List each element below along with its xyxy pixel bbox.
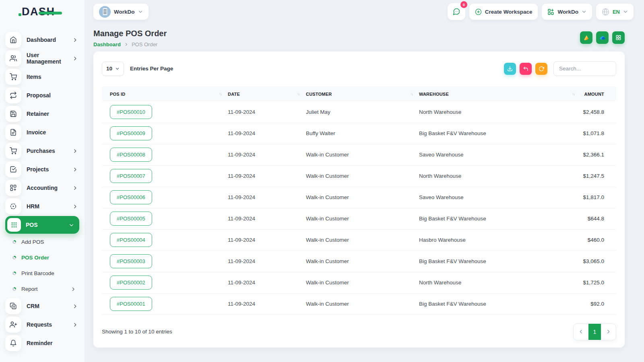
sidebar-subitem-print-barcode[interactable]: Print Barcode — [0, 265, 85, 281]
workspace-switcher[interactable]: WorkDo — [93, 4, 149, 20]
amount-cell: $92.0 — [578, 293, 616, 315]
sidebar-subitem-report[interactable]: Report — [0, 281, 85, 297]
sidebar-subitem-add-pos[interactable]: Add POS — [0, 234, 85, 250]
subitem-label: POS Order — [21, 255, 76, 261]
pos-id-button[interactable]: #POS00003 — [110, 254, 152, 268]
column-header-pos-id[interactable]: POS ID↑↓ — [102, 86, 225, 101]
amount-cell: $2,458.8 — [578, 101, 616, 123]
chevron-right-icon — [72, 322, 78, 327]
pos-id-button[interactable]: #POS00002 — [110, 276, 152, 290]
sidebar-item-crm[interactable]: CRM — [0, 297, 85, 315]
language-dropdown[interactable]: EN — [596, 4, 634, 20]
company-dropdown[interactable]: WorkDo — [542, 4, 592, 20]
file-icon — [5, 124, 21, 140]
pagination-next-button[interactable] — [601, 324, 616, 340]
pos-id-button[interactable]: #POS00006 — [110, 190, 152, 204]
sidebar-item-invoice[interactable]: Invoice — [0, 123, 85, 142]
refresh-icon — [539, 66, 544, 72]
column-header-date[interactable]: DATE↑↓ — [225, 86, 303, 101]
entries-per-page-value: 10 — [106, 66, 112, 72]
onedrive-icon — [599, 34, 606, 41]
column-header-customer[interactable]: CUSTOMER↑↓ — [303, 86, 416, 101]
sidebar-item-reminder[interactable]: Reminder — [0, 334, 85, 352]
sidebar-item-label: Proposal — [27, 92, 78, 99]
order-date-cell: 11-09-2024 — [225, 101, 303, 123]
order-date-cell: 11-09-2024 — [225, 187, 303, 208]
amount-cell: $1,725.0 — [578, 272, 616, 293]
sidebar-item-accounting[interactable]: Accounting — [0, 179, 85, 197]
customer-cell: Walk-in Customer — [303, 208, 416, 229]
create-workspace-label: Create Workspace — [485, 9, 533, 15]
pos-id-cell: #POS00010 — [102, 101, 225, 123]
pagination: 1 — [573, 323, 616, 340]
order-date-cell: 11-09-2024 — [225, 144, 303, 165]
sidebar-item-label: Requests — [27, 321, 67, 328]
sidebar-item-proposal[interactable]: Proposal — [0, 86, 85, 105]
logo-accent-bar — [39, 12, 62, 14]
warehouse-cell: Saveo Warehouse — [416, 144, 578, 165]
pos-id-button[interactable]: #POS00010 — [110, 105, 152, 119]
grid-view-button[interactable] — [612, 31, 625, 44]
reset-button[interactable] — [520, 63, 532, 75]
onedrive-button[interactable] — [596, 31, 609, 44]
chat-icon — [452, 8, 460, 16]
pos-id-button[interactable]: #POS00004 — [110, 233, 152, 247]
pos-id-button[interactable]: #POS00008 — [110, 148, 152, 162]
sidebar-item-pos-active: POS — [5, 216, 79, 234]
pos-id-button[interactable]: #POS00009 — [110, 126, 152, 140]
check-square-icon — [5, 161, 21, 177]
grid-dots-icon — [7, 218, 21, 232]
user-plus-icon — [5, 317, 21, 333]
sidebar-item-pos[interactable]: POS — [0, 216, 85, 234]
table-controls: 10 Entries Per Page — [102, 61, 616, 76]
sidebar-item-projects[interactable]: Projects — [0, 160, 85, 179]
cart-icon — [5, 69, 21, 85]
warehouse-cell: North Warehouse — [416, 165, 578, 187]
create-workspace-button[interactable]: Create Workspace — [469, 4, 538, 20]
chevron-right-icon — [72, 37, 78, 43]
users-icon — [5, 50, 21, 66]
entries-per-page-select[interactable]: 10 — [102, 62, 124, 76]
search-input[interactable] — [553, 61, 616, 76]
pagination-page-1[interactable]: 1 — [588, 324, 601, 340]
pagination-prev-button[interactable] — [574, 324, 588, 340]
bullet-icon — [12, 256, 16, 259]
pos-id-button[interactable]: #POS00001 — [110, 297, 152, 311]
table-row: #POS00006 11-09-2024 Walk-in Customer Sa… — [102, 187, 616, 208]
breadcrumb-current: POS Order — [132, 41, 157, 47]
messages-button[interactable]: 0 — [448, 3, 465, 20]
column-header-amount[interactable]: AMOUNT — [578, 86, 616, 101]
table-row: #POS00003 11-09-2024 Walk-in Customer Bi… — [102, 251, 616, 272]
export-button[interactable] — [504, 63, 516, 75]
warehouse-cell: Hasbro Warehouse — [416, 229, 578, 251]
warehouse-cell: Big Basket F&V Warehouse — [416, 293, 578, 315]
language-code: EN — [613, 9, 620, 15]
sidebar-item-requests[interactable]: Requests — [0, 315, 85, 334]
sidebar-subitem-pos-order[interactable]: POS Order — [0, 250, 85, 265]
page-header: Manage POS Order Dashboard POS Order — [93, 29, 625, 47]
breadcrumb-dashboard-link[interactable]: Dashboard — [93, 41, 121, 47]
pos-id-cell: #POS00009 — [102, 123, 225, 144]
sidebar-item-hrm[interactable]: HRM — [0, 197, 85, 216]
sidebar-item-user-management[interactable]: User Management — [0, 49, 85, 68]
sidebar-item-purchases[interactable]: Purchases — [0, 142, 85, 160]
order-date-cell: 11-09-2024 — [225, 293, 303, 315]
chevron-down-icon — [138, 9, 143, 14]
sidebar-item-retainer[interactable]: Retainer — [0, 105, 85, 123]
chevron-left-icon — [578, 329, 584, 334]
google-drive-button[interactable] — [580, 31, 592, 44]
main-area: WorkDo 0 Create Workspace WorkDo EN — [85, 0, 644, 362]
sidebar-item-items[interactable]: Items — [0, 68, 85, 86]
header-actions — [580, 31, 625, 44]
pos-id-button[interactable]: #POS00007 — [110, 169, 152, 183]
warehouse-cell: Big Basket F&V Warehouse — [416, 251, 578, 272]
cart-icon — [5, 143, 21, 159]
dash-logo[interactable]: DASH — [0, 0, 85, 23]
bullet-icon — [12, 272, 16, 275]
refresh-button[interactable] — [535, 63, 547, 75]
sidebar-item-dashboard[interactable]: Dashboard — [0, 31, 85, 49]
pos-id-cell: #POS00006 — [102, 187, 225, 208]
pos-id-button[interactable]: #POS00005 — [110, 212, 152, 226]
column-header-warehouse[interactable]: WAREHOUSE↑↓ — [416, 86, 578, 101]
order-date-cell: 11-09-2024 — [225, 123, 303, 144]
